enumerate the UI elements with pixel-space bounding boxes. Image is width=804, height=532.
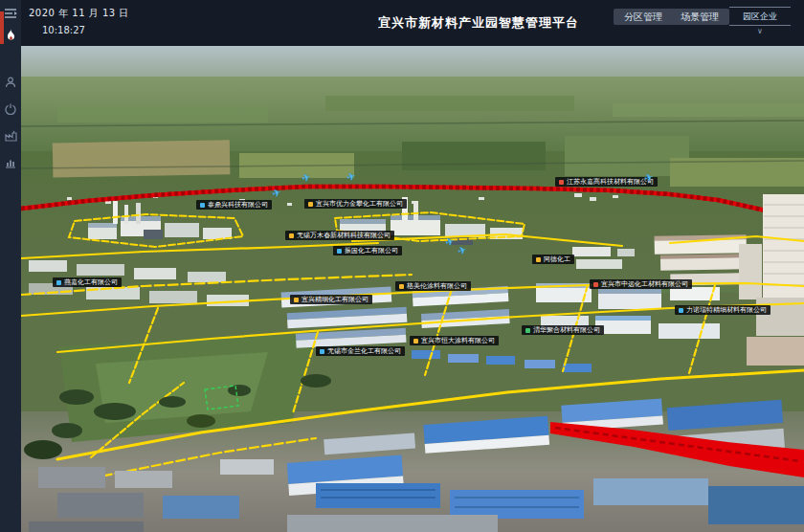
sidebar-item-fire[interactable]	[0, 23, 21, 46]
company-name: 泰鼎兴科技有限公司	[208, 200, 268, 210]
page-title: 宜兴市新材料产业园智慧管理平台	[378, 14, 579, 32]
company-name: 格美伦涂料有限公司	[407, 281, 467, 291]
company-label[interactable]: 泰鼎兴科技有限公司	[196, 200, 272, 210]
company-label[interactable]: 无锡万木春新材料科技有限公司	[285, 231, 394, 240]
time-text: 10:18:27	[42, 25, 85, 35]
factory-icon	[5, 130, 17, 142]
company-name: 无锡市金兰化工有限公司	[327, 346, 401, 356]
power-icon	[5, 103, 16, 115]
company-label[interactable]: 宜兴精细化工有限公司	[290, 295, 372, 304]
company-marker-icon	[399, 284, 404, 289]
top-bar: 2020 年 11 月 13 日 10:18:27 宜兴市新材料产业园智慧管理平…	[21, 0, 804, 46]
company-marker-icon	[56, 280, 61, 285]
menu-toggle-button[interactable]	[0, 2, 21, 25]
company-label[interactable]: 格美伦涂料有限公司	[395, 281, 471, 291]
company-label[interactable]: 燕嘉化工有限公司	[53, 277, 122, 287]
company-label[interactable]: 宜兴市中远化工材料有限公司	[590, 279, 692, 289]
company-name: 宜兴市恒大涂料有限公司	[421, 336, 495, 345]
company-marker-icon	[525, 328, 530, 333]
park-enterprise-dropdown-label: 园区企业	[729, 8, 791, 26]
park-enterprise-dropdown[interactable]: 园区企业 ∨	[729, 7, 791, 35]
company-name: 振国化工有限公司	[345, 246, 398, 255]
sidebar-item-enterprise[interactable]	[0, 124, 21, 147]
company-name: 江苏永嘉高科技材料有限公司	[567, 177, 654, 187]
company-name: 同德化工	[544, 255, 570, 264]
company-marker-icon	[294, 298, 299, 302]
sidebar-item-personnel[interactable]	[0, 71, 21, 94]
company-marker-icon	[559, 180, 564, 185]
company-name: 力诺瑞特精细材料有限公司	[686, 305, 767, 315]
company-marker-icon	[536, 257, 541, 262]
company-marker-icon	[308, 202, 313, 207]
company-label[interactable]: 振国化工有限公司	[333, 246, 402, 255]
flame-icon	[6, 29, 16, 41]
company-name: 清华聚合材料有限公司	[533, 325, 600, 335]
menu-icon	[4, 8, 17, 19]
company-label[interactable]: 无锡市金兰化工有限公司	[316, 346, 405, 356]
company-name: 燕嘉化工有限公司	[64, 277, 118, 287]
company-name: 宜兴精细化工有限公司	[302, 295, 368, 304]
zone-management-button[interactable]: 分区管理	[614, 9, 673, 25]
worker-icon	[5, 77, 16, 88]
company-marker-icon	[593, 282, 598, 287]
chart-icon	[5, 157, 16, 168]
chevron-down-icon: ∨	[729, 26, 791, 35]
company-marker-icon	[289, 233, 294, 238]
sidebar-item-statistics[interactable]	[0, 151, 21, 174]
sidebar-item-monitor[interactable]	[0, 98, 21, 121]
company-marker-icon	[679, 308, 683, 313]
company-marker-icon	[320, 349, 324, 354]
company-label[interactable]: 江苏永嘉高科技材料有限公司	[555, 177, 658, 187]
company-label[interactable]: 同德化工	[532, 255, 574, 264]
app-root: { "header": { "date": "2020 年 11 月 13 日"…	[0, 0, 804, 532]
company-marker-icon	[413, 339, 418, 344]
scene-management-button[interactable]: 场景管理	[670, 9, 729, 25]
company-label[interactable]: 清华聚合材料有限公司	[522, 325, 604, 335]
company-marker-icon	[337, 249, 342, 254]
company-name: 宜兴市优力金攀化工有限公司	[316, 199, 403, 209]
company-name: 无锡万木春新材料科技有限公司	[297, 231, 391, 240]
company-marker-icon	[200, 203, 205, 208]
company-label[interactable]: 宜兴市恒大涂料有限公司	[410, 336, 499, 345]
company-label[interactable]: 宜兴市优力金攀化工有限公司	[304, 199, 407, 209]
company-label[interactable]: 力诺瑞特精细材料有限公司	[675, 305, 770, 315]
date-text: 2020 年 11 月 13 日	[29, 7, 129, 20]
company-name: 宜兴市中远化工材料有限公司	[601, 279, 688, 289]
left-toolbar	[0, 0, 21, 532]
